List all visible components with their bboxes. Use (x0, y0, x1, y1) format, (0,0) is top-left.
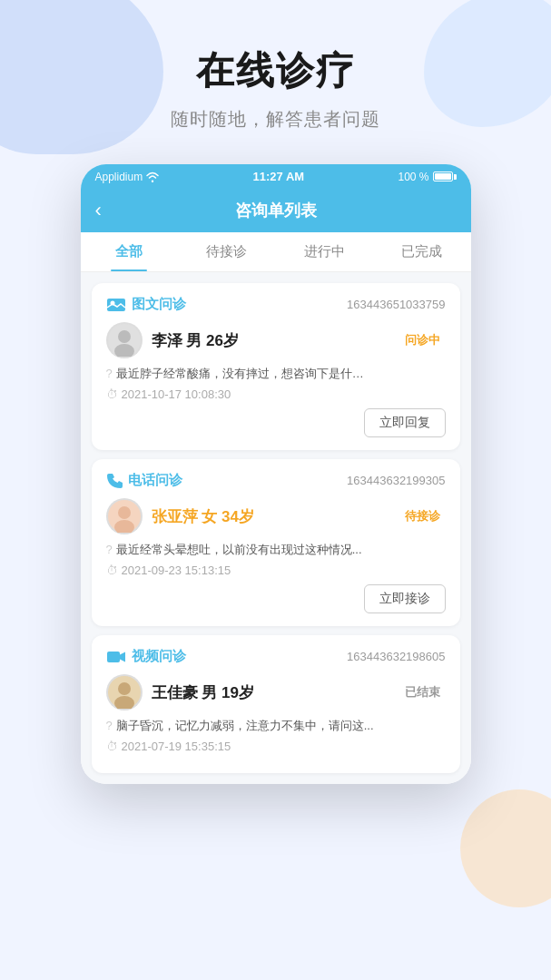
app-header: ‹ 咨询单列表 (81, 189, 471, 232)
card-1-patient-row: 李泽 男 26岁 问诊中 (106, 322, 446, 358)
tab-all[interactable]: 全部 (81, 232, 179, 271)
card-1-avatar (106, 322, 143, 358)
battery-icon (433, 172, 457, 181)
card-2-patient-name: 张亚萍 女 34岁 (152, 506, 254, 527)
status-carrier: Applidium (95, 171, 160, 183)
avatar-image (108, 500, 141, 533)
svg-point-10 (118, 682, 131, 695)
status-time: 11:27 AM (253, 170, 305, 183)
video-icon (106, 650, 126, 664)
card-3-type: 视频问诊 (106, 648, 186, 665)
card-3-symptom: ? 脑子昏沉，记忆力减弱，注意力不集中，请问这... (106, 718, 446, 734)
time-icon: ⏱ (106, 564, 118, 577)
avatar-image (108, 324, 141, 357)
tab-completed[interactable]: 已完成 (373, 232, 471, 271)
card-1-symptom: ? 最近脖子经常酸痛，没有摔过，想咨询下是什… (106, 366, 446, 382)
card-3-patient-info: 王佳豪 男 19岁 (106, 674, 254, 710)
phone-mockup: Applidium 11:27 AM 100 % ‹ 咨询单列表 (81, 164, 471, 784)
card-1-patient-name: 李泽 男 26岁 (152, 330, 239, 351)
svg-point-3 (118, 330, 131, 343)
card-2-header: 电话问诊 163443632199305 (106, 472, 446, 489)
card-3-time: ⏱ 2021-07-19 15:35:15 (106, 740, 446, 753)
card-2-action-button[interactable]: 立即接诊 (364, 584, 446, 613)
card-3-avatar (106, 674, 143, 710)
card-3-header: 视频问诊 163443632198605 (106, 648, 446, 665)
card-2-time: ⏱ 2021-09-23 15:13:15 (106, 564, 446, 577)
card-2-avatar (106, 498, 143, 534)
time-icon: ⏱ (106, 740, 118, 753)
symptom-icon: ? (106, 543, 113, 556)
card-3-status: 已结束 (399, 682, 446, 702)
wifi-icon (146, 172, 159, 182)
card-1-patient-info: 李泽 男 26岁 (106, 322, 239, 358)
card-2-patient-row: 张亚萍 女 34岁 待接诊 (106, 498, 446, 534)
card-2-status: 待接诊 (399, 506, 446, 526)
status-bar: Applidium 11:27 AM 100 % (81, 164, 471, 189)
back-button[interactable]: ‹ (95, 199, 102, 222)
card-2-action-row: 立即接诊 (106, 584, 446, 613)
card-3-patient-row: 王佳豪 男 19岁 已结束 (106, 674, 446, 710)
tab-waiting[interactable]: 待接诊 (178, 232, 276, 271)
card-1-action-row: 立即回复 (106, 408, 446, 437)
card-2-type: 电话问诊 (106, 472, 182, 489)
time-icon: ⏱ (106, 387, 118, 401)
card-2-patient-info: 张亚萍 女 34岁 (106, 498, 254, 534)
card-1-header: 图文问诊 163443651033759 (106, 296, 446, 313)
card-1-status: 问诊中 (399, 330, 446, 350)
card-2-number: 163443632199305 (347, 474, 445, 487)
tab-inprogress[interactable]: 进行中 (276, 232, 374, 271)
card-1-number: 163443651033759 (347, 298, 445, 311)
symptom-icon: ? (106, 719, 113, 732)
bg-decoration-bottom (460, 789, 551, 907)
card-1-action-button[interactable]: 立即回复 (364, 408, 446, 437)
card-2-symptom: ? 最近经常头晕想吐，以前没有出现过这种情况... (106, 542, 446, 558)
hero-title: 在线诊疗 (196, 45, 356, 96)
svg-point-6 (118, 506, 131, 519)
consult-card-1: 图文问诊 163443651033759 李泽 男 26岁 (92, 283, 460, 450)
avatar-image (108, 676, 141, 709)
tabs-bar: 全部 待接诊 进行中 已完成 (81, 232, 471, 272)
cards-container: 图文问诊 163443651033759 李泽 男 26岁 (81, 272, 471, 784)
card-3-patient-name: 王佳豪 男 19岁 (152, 682, 254, 703)
phone-icon (106, 473, 123, 489)
card-3-number: 163443632198605 (347, 650, 445, 663)
page-title: 咨询单列表 (235, 200, 317, 221)
consult-card-3: 视频问诊 163443632198605 王佳豪 男 19 (92, 635, 460, 773)
hero-subtitle: 随时随地，解答患者问题 (171, 107, 380, 132)
image-text-icon (106, 298, 126, 312)
consult-card-2: 电话问诊 163443632199305 张亚萍 女 34 (92, 459, 460, 626)
svg-rect-8 (107, 652, 120, 662)
symptom-icon: ? (106, 367, 113, 380)
card-1-time: ⏱ 2021-10-17 10:08:30 (106, 387, 446, 401)
card-1-type: 图文问诊 (106, 296, 186, 313)
status-battery: 100 % (398, 171, 456, 183)
